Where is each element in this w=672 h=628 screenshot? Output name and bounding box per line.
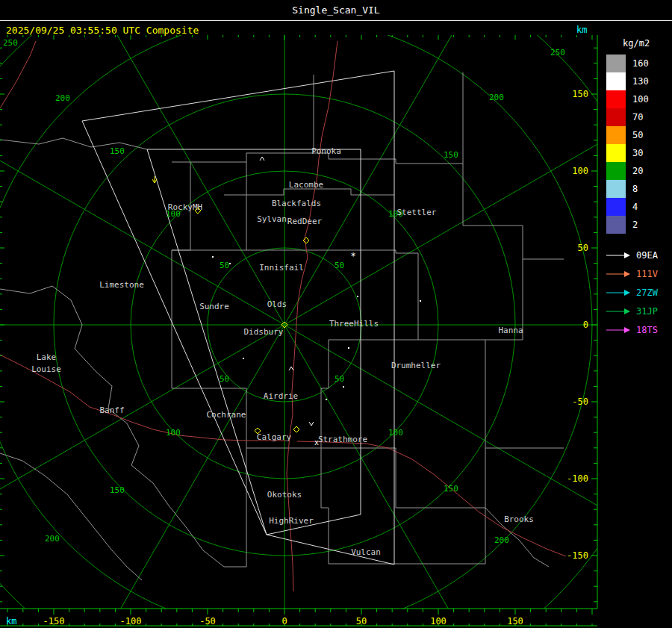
colorbar-entry: 160: [605, 55, 672, 72]
right-axis-label: 50: [578, 243, 588, 253]
city-label: Stettler: [397, 208, 437, 217]
radar-legend-entry: 111V: [605, 264, 672, 283]
caret-marker: [260, 157, 264, 161]
caret-marker: [289, 367, 293, 370]
radar-id-label: 31JP: [636, 306, 658, 317]
radar-id-label: 09EA: [636, 250, 658, 261]
right-axis-label: -50: [572, 397, 588, 407]
highway-line: [297, 441, 566, 556]
ring-label: 50: [335, 374, 344, 384]
bottom-axis-label: 100: [430, 616, 447, 627]
radar-arrow-icon: [605, 251, 632, 260]
highway-line: [287, 41, 337, 591]
town-dot: [326, 399, 327, 400]
radar-arrow-icon: [605, 326, 632, 335]
radar-map-canvas[interactable]: -150-100-50050100150150100500-50-100-150…: [0, 35, 605, 628]
bottom-axis-label: -50: [199, 616, 216, 627]
colorbar-value: 160: [632, 58, 649, 69]
azimuth-spoke: [284, 325, 605, 628]
boundary-line: [321, 448, 485, 564]
right-axis-label: -100: [567, 473, 588, 484]
town-dot: [343, 386, 344, 388]
colorbar-value: 100: [632, 94, 649, 105]
radar-map[interactable]: -150-100-50050100150150100500-50-100-150…: [0, 35, 605, 628]
city-label: Okotoks: [267, 490, 302, 500]
ring-label: 100: [166, 428, 181, 438]
city-label: Vulcan: [351, 547, 381, 557]
bottom-axis-label: 150: [507, 616, 523, 627]
boundary-line: [172, 162, 190, 388]
colorbar-swatch: [606, 108, 626, 126]
city-label: Lacombe: [289, 180, 323, 190]
colorbar-entry: 20: [605, 162, 672, 180]
radar-site-diamond: [293, 426, 299, 432]
ring-label: 250: [550, 48, 565, 57]
ring-label: 50: [220, 261, 229, 270]
radar-arrow-icon: [605, 270, 632, 279]
colorbar-entry: 30: [605, 144, 672, 162]
city-label: Cochrane: [207, 410, 246, 420]
right-axis-label: 100: [572, 166, 588, 176]
window-titlebar: Single_Scan_VIL: [0, 0, 672, 21]
legend-panel: kg/m2 16013010070503020842 09EA111V27ZW3…: [605, 35, 672, 628]
bottom-axis-label: -150: [43, 616, 65, 627]
town-dot: [420, 300, 421, 302]
radar-site-diamond: [303, 237, 309, 243]
km-unit-top-right: km: [576, 25, 587, 35]
city-label: Calgary: [257, 432, 292, 442]
colorbar-entry: 70: [605, 108, 672, 126]
city-label: Drumheller: [391, 361, 441, 370]
boundary-line: [485, 259, 564, 340]
boundary-line: [321, 448, 485, 508]
boundary-line: [0, 453, 142, 580]
radar-legend-entry: 27ZW: [605, 283, 672, 302]
colorbar-value: 70: [632, 112, 643, 122]
azimuth-spoke: [284, 325, 605, 628]
radar-legend-entry: 31JP: [605, 302, 672, 320]
city-label: RedDeer: [287, 217, 323, 226]
town-dot: [243, 358, 244, 359]
city-label: Banff: [99, 405, 124, 415]
city-label: Louise: [31, 364, 61, 374]
ring-label: 50: [220, 374, 229, 384]
ring-label: 200: [494, 535, 509, 545]
ring-labels: 2502001501005050100150200250505010010015…: [3, 38, 565, 545]
ring-label: 200: [489, 93, 504, 102]
city-label: Sundre: [199, 302, 229, 311]
ring-label: 150: [110, 146, 125, 156]
radar-legend-entry: 18TS: [605, 320, 672, 339]
radar-legend-entry: 09EA: [605, 246, 672, 264]
colorbar-entry: 2: [605, 216, 672, 234]
colorbar-value: 20: [632, 166, 643, 176]
colorbar-entry: 50: [605, 126, 672, 144]
colorbar-unit-label: kg/m2: [623, 38, 672, 49]
ring-label: 50: [335, 261, 344, 270]
town-dot: [212, 256, 214, 258]
city-label: Sylvan: [257, 214, 287, 224]
vee-marker: [309, 422, 314, 426]
city-label: Olds: [267, 299, 287, 309]
axis-labels: -150-100-50050100150150100500-50-100-150…: [6, 89, 588, 627]
radar-id-label: 111V: [636, 269, 658, 279]
colorbar-entry: 130: [605, 72, 672, 90]
city-label: Brooks: [504, 514, 534, 524]
city-label: ThreeHills: [329, 319, 379, 329]
radar-id-label: 27ZW: [636, 287, 658, 298]
right-axis-label: 150: [572, 89, 588, 99]
city-label: Hanna: [498, 326, 523, 335]
colorbar: 16013010070503020842: [605, 55, 672, 234]
colorbar-swatch: [606, 180, 626, 198]
radar-legend: 09EA111V27ZW31JP18TS: [605, 246, 672, 339]
colorbar-swatch: [606, 72, 626, 90]
ring-label: 150: [110, 485, 125, 495]
boundary-line: [71, 300, 246, 567]
colorbar-swatch: [606, 198, 626, 216]
city-label: HighRiver: [269, 516, 314, 526]
boundary-line: [321, 340, 329, 448]
radar-arrow-icon: [605, 307, 632, 316]
boundary-line: [0, 138, 147, 149]
highway-line: [0, 41, 36, 108]
highways: [0, 41, 566, 591]
city-label: Blackfalds: [272, 199, 321, 208]
colorbar-swatch: [606, 90, 626, 108]
